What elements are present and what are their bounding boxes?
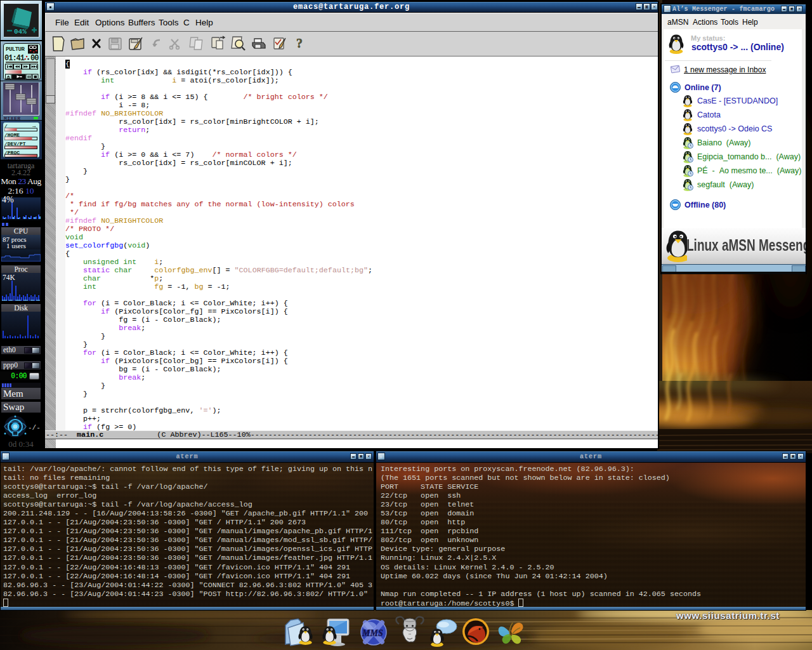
svg-text:/: / xyxy=(4,123,8,129)
svg-text:04%: 04% xyxy=(14,28,27,36)
svg-text:?: ? xyxy=(296,36,303,50)
svg-text:01:41: 01:41 xyxy=(4,54,25,63)
svg-text:-/-: -/- xyxy=(28,424,41,432)
svg-text:00: 00 xyxy=(30,54,39,63)
svg-text:PULTUR: PULTUR xyxy=(6,46,25,53)
svg-text:/HOME: /HOME xyxy=(4,132,20,138)
svg-text:/DEV/PT: /DEV/PT xyxy=(4,141,26,147)
svg-text:MMS: MMS xyxy=(362,628,383,638)
